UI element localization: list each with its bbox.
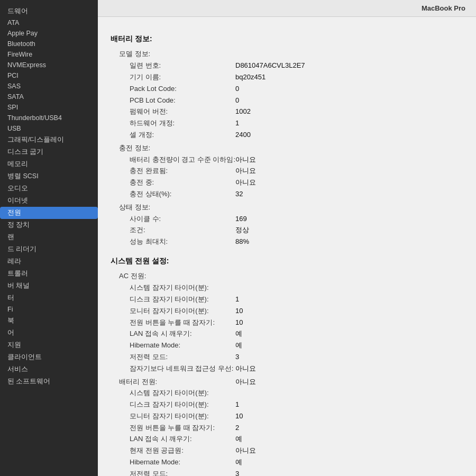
device-name-value: bq20z451 [235,72,266,83]
ac-hibernate-value: 예 [235,340,242,351]
bat-lan-value: 예 [235,434,242,445]
sidebar-item-graphics[interactable]: 그래픽/디스플레이 [0,134,98,146]
sidebar-item-usb[interactable]: USB [0,123,98,134]
bat-disk-sleep-row: 디스크 잠자기 타이머(분): 1 [119,399,463,410]
ac-power-block: AC 전원: 시스템 잠자기 타이머(분): 디스크 잠자기 타이머(분): 1… [119,271,463,374]
sidebar-item-support[interactable]: 지원 [0,339,98,351]
sidebar-item-cardreader[interactable]: 드 리더기 [0,243,98,255]
sidebar-item-ata[interactable]: ATA [0,17,98,28]
charge-complete-value: 아니요 [235,166,256,177]
hardware-label: 하드웨어 개정: [119,118,235,129]
sidebar-item-book[interactable]: 북 [0,315,98,327]
battery-power-title: 배터리 전원: [119,377,235,388]
ac-net-wakeup-label: 잠자기보다 네트워크 접근성 우선: [119,363,235,374]
sidebar-item-sas[interactable]: SAS [0,81,98,91]
charge-complete-label: 충전 완료됨: [119,166,235,177]
bat-monitor-sleep-row: 모니터 잠자기 타이머(분): 10 [119,411,463,422]
bat-disk-sleep-label: 디스크 잠자기 타이머(분): [119,399,235,410]
max-cap-label: 성능 최대치: [119,236,235,248]
ac-sys-sleep-row: 시스템 잠자기 타이머(분): [119,282,463,294]
hardware-value: 1 [235,118,239,129]
serial-row: 일련 번호: D861047A6CVL3L2E7 [119,60,463,71]
battery-section-title: 배터리 정보: [111,33,463,44]
max-cap-row: 성능 최대치: 88% [119,236,463,248]
sidebar-item-bluetooth[interactable]: Bluetooth [0,39,98,49]
ac-disk-sleep-value: 1 [235,294,239,305]
sidebar-item-hardware[interactable]: 드웨어 [0,5,98,17]
bat-sys-sleep-row: 시스템 잠자기 타이머(분): [119,388,463,399]
sidebar-item-audio[interactable]: 오디오 [0,182,98,195]
bat-monitor-sleep-label: 모니터 잠자기 타이머(분): [119,411,235,422]
content-area: 배터리 정보: 모델 정보: 일련 번호: D861047A6CVL3L2E7 … [98,17,476,476]
sidebar-item-spi[interactable]: SPI [0,102,98,113]
charge-block: 충전 정보: 배터리 충전량이 경고 수준 이하임: 아니요 충전 완료됨: 아… [119,143,463,200]
pcb-lot-label: PCB Lot Code: [119,95,235,106]
sidebar-item-thunderbolt[interactable]: Thunderbolt/USB4 [0,113,98,123]
bat-lowpower-row: 저전력 모드: 3 [119,469,463,476]
bat-lowpower-value: 3 [235,469,239,476]
sidebar-item-sata[interactable]: SATA [0,91,98,102]
sidebar-item-scsi[interactable]: 병렬 SCSI [0,170,98,182]
model-title: 모델 정보: [119,49,235,60]
sidebar-item-software[interactable]: 된 소프트웨어 [0,376,98,388]
ac-title: AC 전원: [119,271,235,282]
bat-power-btn-value: 2 [235,423,239,434]
charge-complete-row: 충전 완료됨: 아니요 [119,166,463,177]
battery-model-block: 모델 정보: 일련 번호: D861047A6CVL3L2E7 기기 이름: b… [119,49,463,140]
ac-hibernate-row: Hibernate Mode: 예 [119,340,463,351]
sidebar-item-lan[interactable]: 랜 [0,231,98,243]
ac-monitor-sleep-label: 모니터 잠자기 타이머(분): [119,306,235,317]
charge-pct-row: 충전 상태(%): 32 [119,189,463,200]
bat-sys-sleep-label: 시스템 잠자기 타이머(분): [119,388,235,399]
sidebar-item-printer[interactable]: 터 [0,292,98,304]
sidebar-item-applepay[interactable]: Apple Pay [0,28,98,39]
bat-hibernate-value: 예 [235,457,242,468]
sidebar-item-fiberchannel[interactable]: 버 채널 [0,280,98,292]
sidebar-item-firewire[interactable]: FireWire [0,49,98,60]
hardware-row: 하드웨어 개정: 1 [119,118,463,129]
sidebar-item-camera[interactable]: 레라 [0,255,98,268]
ac-disk-sleep-label: 디스크 잠자기 타이머(분): [119,294,235,305]
charge-warn-value: 아니요 [235,154,256,166]
charge-pct-label: 충전 상태(%): [119,189,235,200]
sidebar-item-ethernet[interactable]: 이더넷 [0,195,98,207]
bat-lowpower-label: 저전력 모드: [119,469,235,476]
sidebar-item-wifi[interactable]: Fi [0,304,98,315]
condition-row: 조건: 정상 [119,225,463,236]
ac-net-wakeup-value: 아니요 [235,363,256,374]
sidebar-item-disk[interactable]: 디스크 굽기 [0,146,98,158]
power-section-title: 시스템 전원 설정: [111,255,463,267]
cell-label: 셀 개정: [119,130,235,141]
ac-power-btn-label: 전원 버튼을 누를 때 잠자기: [119,317,235,328]
firmware-row: 펌웨어 버전: 1002 [119,106,463,117]
ac-monitor-sleep-value: 10 [235,306,243,317]
sidebar-item-memory[interactable]: 메모리 [0,158,98,170]
condition-label: 조건: [119,225,235,236]
cell-row: 셀 개정: 2400 [119,130,463,141]
bat-lan-row: LAN 접속 시 깨우기: 예 [119,434,463,445]
sidebar-item-controller[interactable]: 트롤러 [0,268,98,280]
cell-value: 2400 [235,130,251,141]
charge-warn-label: 배터리 충전량이 경고 수준 이하임: [119,154,235,166]
sidebar-item-printdevice[interactable]: 정 장치 [0,219,98,231]
pack-lot-label: Pack Lot Code: [119,84,235,95]
bat-monitor-sleep-value: 10 [235,411,243,422]
sidebar-item-pci[interactable]: PCI [0,70,98,81]
ac-lowpower-label: 저전력 모드: [119,352,235,363]
status-title: 상태 정보: [119,202,235,213]
sidebar-item-service[interactable]: 서비스 [0,363,98,376]
sidebar-item-unknown1[interactable]: 어 [0,327,98,339]
ac-hibernate-label: Hibernate Mode: [119,340,235,351]
sidebar-item-power[interactable]: 전원 [0,207,98,219]
ac-power-btn-row: 전원 버튼을 누를 때 잠자기: 10 [119,317,463,328]
ac-lan-label: LAN 접속 시 깨우기: [119,328,235,340]
ac-lan-row: LAN 접속 시 깨우기: 예 [119,328,463,340]
cycle-row: 사이클 수: 169 [119,214,463,225]
device-name-row: 기기 이름: bq20z451 [119,72,463,83]
ac-title-row: AC 전원: [119,271,463,282]
bat-power-btn-label: 전원 버튼을 누를 때 잠자기: [119,423,235,434]
ac-net-wakeup-row: 잠자기보다 네트워크 접근성 우선: 아니요 [119,363,463,374]
header-bar: MacBook Pro [98,0,476,17]
sidebar-item-nvme[interactable]: NVMExpress [0,60,98,70]
sidebar-item-client[interactable]: 클라이언트 [0,351,98,363]
